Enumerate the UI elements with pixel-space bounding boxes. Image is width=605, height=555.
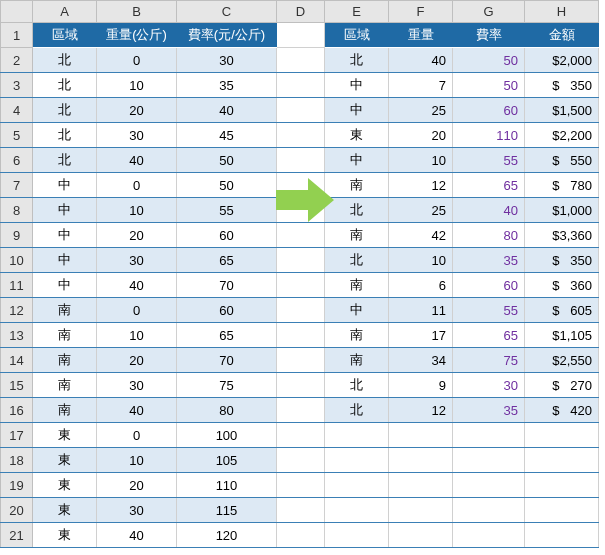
cell-weight[interactable]: 30 (97, 248, 177, 273)
cell-amount[interactable]: $ 420 (525, 398, 599, 423)
cell-weight[interactable]: 20 (97, 348, 177, 373)
cell[interactable] (277, 248, 325, 273)
cell[interactable] (453, 448, 525, 473)
cell-region2[interactable]: 北 (325, 373, 389, 398)
cell-amount[interactable]: $1,105 (525, 323, 599, 348)
cell[interactable] (389, 498, 453, 523)
cell-amount[interactable]: $ 350 (525, 73, 599, 98)
cell[interactable] (325, 473, 389, 498)
cell-amount[interactable]: $ 350 (525, 248, 599, 273)
cell-weight2[interactable]: 11 (389, 298, 453, 323)
cell[interactable] (277, 523, 325, 548)
left-header-weight[interactable]: 重量(公斤) (97, 23, 177, 48)
cell-region2[interactable]: 中 (325, 73, 389, 98)
cell-rate2[interactable]: 65 (453, 173, 525, 198)
cell[interactable] (277, 298, 325, 323)
cell-weight2[interactable]: 12 (389, 398, 453, 423)
cell-rate2[interactable]: 30 (453, 373, 525, 398)
cell[interactable] (325, 498, 389, 523)
cell-region[interactable]: 東 (33, 473, 97, 498)
row-header[interactable]: 16 (1, 398, 33, 423)
cell-rate[interactable]: 75 (177, 373, 277, 398)
cell-amount[interactable]: $ 780 (525, 173, 599, 198)
cell-rate2[interactable]: 80 (453, 223, 525, 248)
cell-rate2[interactable]: 35 (453, 398, 525, 423)
cell-weight2[interactable]: 42 (389, 223, 453, 248)
right-header-rate[interactable]: 費率 (453, 23, 525, 48)
cell-region2[interactable]: 北 (325, 248, 389, 273)
cell[interactable] (389, 423, 453, 448)
cell-weight2[interactable]: 10 (389, 148, 453, 173)
cell-amount[interactable]: $ 270 (525, 373, 599, 398)
cell-region[interactable]: 北 (33, 48, 97, 73)
cell[interactable] (325, 423, 389, 448)
cell-rate2[interactable]: 55 (453, 148, 525, 173)
cell-rate[interactable]: 120 (177, 523, 277, 548)
cell[interactable] (277, 498, 325, 523)
cell-region2[interactable]: 北 (325, 198, 389, 223)
cell-region[interactable]: 東 (33, 523, 97, 548)
cell-rate2[interactable]: 55 (453, 298, 525, 323)
cell-rate2[interactable]: 75 (453, 348, 525, 373)
cell-weight2[interactable]: 25 (389, 98, 453, 123)
cell-rate[interactable]: 65 (177, 248, 277, 273)
cell-region2[interactable]: 北 (325, 398, 389, 423)
row-header[interactable]: 11 (1, 273, 33, 298)
cell-weight[interactable]: 0 (97, 48, 177, 73)
cell-rate[interactable]: 30 (177, 48, 277, 73)
cell-weight[interactable]: 0 (97, 423, 177, 448)
right-header-weight[interactable]: 重量 (389, 23, 453, 48)
cell-weight[interactable]: 40 (97, 523, 177, 548)
cell-rate[interactable]: 45 (177, 123, 277, 148)
cell[interactable] (277, 123, 325, 148)
cell-amount[interactable]: $3,360 (525, 223, 599, 248)
cell-region2[interactable]: 南 (325, 348, 389, 373)
cell-rate2[interactable]: 50 (453, 48, 525, 73)
cell-weight[interactable]: 10 (97, 323, 177, 348)
cell[interactable] (277, 423, 325, 448)
cell-region[interactable]: 中 (33, 248, 97, 273)
cell-rate2[interactable]: 50 (453, 73, 525, 98)
cell-region[interactable]: 南 (33, 323, 97, 348)
cell-rate[interactable]: 60 (177, 298, 277, 323)
col-header-A[interactable]: A (33, 1, 97, 23)
cell-rate2[interactable]: 60 (453, 98, 525, 123)
cell[interactable] (325, 523, 389, 548)
cell[interactable] (525, 473, 599, 498)
cell-weight2[interactable]: 12 (389, 173, 453, 198)
cell-weight[interactable]: 10 (97, 198, 177, 223)
cell[interactable] (325, 448, 389, 473)
row-header[interactable]: 18 (1, 448, 33, 473)
cell-weight[interactable]: 30 (97, 498, 177, 523)
cell-region[interactable]: 北 (33, 148, 97, 173)
col-header-D[interactable]: D (277, 1, 325, 23)
cell[interactable] (277, 273, 325, 298)
cell-region2[interactable]: 東 (325, 123, 389, 148)
cell[interactable] (277, 198, 325, 223)
cell-weight[interactable]: 40 (97, 148, 177, 173)
cell-rate[interactable]: 55 (177, 198, 277, 223)
cell-rate2[interactable]: 60 (453, 273, 525, 298)
cell[interactable] (525, 448, 599, 473)
cell-weight[interactable]: 30 (97, 123, 177, 148)
right-header-amount[interactable]: 金額 (525, 23, 599, 48)
cell-weight2[interactable]: 9 (389, 373, 453, 398)
row-header[interactable]: 2 (1, 48, 33, 73)
col-header-G[interactable]: G (453, 1, 525, 23)
cell-weight2[interactable]: 10 (389, 248, 453, 273)
cell[interactable] (525, 523, 599, 548)
row-header[interactable]: 10 (1, 248, 33, 273)
cell[interactable] (277, 48, 325, 73)
cell-region[interactable]: 東 (33, 423, 97, 448)
cell-weight[interactable]: 40 (97, 398, 177, 423)
cell-amount[interactable]: $ 605 (525, 298, 599, 323)
cell-amount[interactable]: $1,000 (525, 198, 599, 223)
select-all-corner[interactable] (1, 1, 33, 23)
cell[interactable] (277, 323, 325, 348)
left-header-rate[interactable]: 費率(元/公斤) (177, 23, 277, 48)
cell-weight2[interactable]: 40 (389, 48, 453, 73)
cell-weight2[interactable]: 7 (389, 73, 453, 98)
cell[interactable] (277, 173, 325, 198)
cell[interactable] (277, 73, 325, 98)
cell-weight[interactable]: 10 (97, 448, 177, 473)
